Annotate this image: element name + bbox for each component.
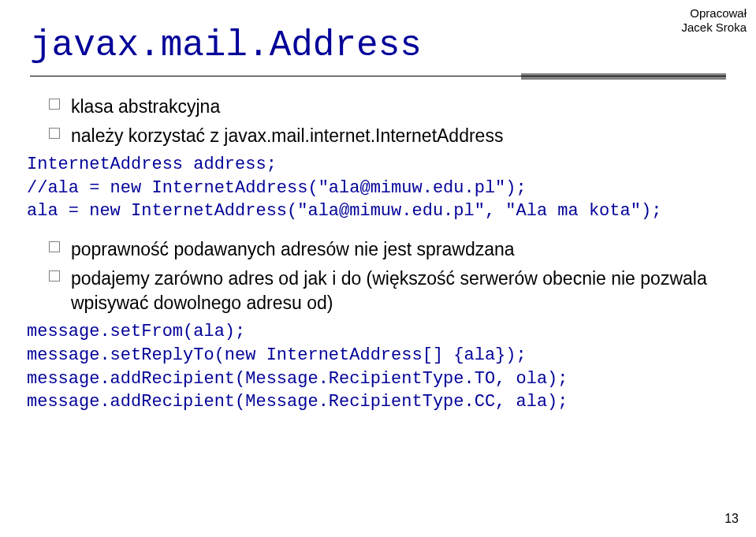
bullet-icon xyxy=(49,270,60,282)
page-number: 13 xyxy=(724,512,739,526)
bullet-icon xyxy=(49,99,60,110)
author-line1: Opracował xyxy=(681,6,747,21)
bullet-item: należy korzystać z javax.mail.internet.I… xyxy=(49,124,718,148)
author-line2: Jacek Sroka xyxy=(681,21,747,35)
code-line: InternetAddress address; xyxy=(27,153,718,177)
author-credit: Opracował Jacek Sroka xyxy=(681,6,747,35)
code-line: message.addRecipient(Message.RecipientTy… xyxy=(27,367,718,391)
code-line: message.setFrom(ala); xyxy=(27,320,718,344)
bullet-icon xyxy=(49,241,60,252)
title-rule xyxy=(30,76,726,80)
slide-body: klasa abstrakcyjna należy korzystać z ja… xyxy=(49,95,718,414)
bullet-text: poprawność podawanych adresów nie jest s… xyxy=(71,237,515,262)
bullet-text: podajemy zarówno adres od jak i do (więk… xyxy=(71,267,718,315)
bullet-item: klasa abstrakcyjna xyxy=(49,95,718,119)
bullet-text: należy korzystać z javax.mail.internet.I… xyxy=(71,124,503,148)
bullet-group: poprawność podawanych adresów nie jest s… xyxy=(49,237,718,315)
code-line: ala = new InternetAddress("ala@mimuw.edu… xyxy=(27,200,718,223)
bullet-item: podajemy zarówno adres od jak i do (więk… xyxy=(49,267,718,315)
code-block: message.setFrom(ala); message.setReplyTo… xyxy=(27,320,718,414)
code-block: InternetAddress address; //ala = new Int… xyxy=(27,153,718,223)
bullet-text: klasa abstrakcyjna xyxy=(71,95,220,119)
title-rule-accent xyxy=(521,73,726,80)
bullet-item: poprawność podawanych adresów nie jest s… xyxy=(49,237,718,262)
bullet-icon xyxy=(49,128,60,139)
title-rule-line xyxy=(30,76,726,76)
code-line: message.addRecipient(Message.RecipientTy… xyxy=(27,390,718,414)
code-line: //ala = new InternetAddress("ala@mimuw.e… xyxy=(27,177,718,200)
slide-title: javax.mail.Address xyxy=(30,25,422,66)
code-line: message.setReplyTo(new InternetAddress[]… xyxy=(27,344,718,367)
